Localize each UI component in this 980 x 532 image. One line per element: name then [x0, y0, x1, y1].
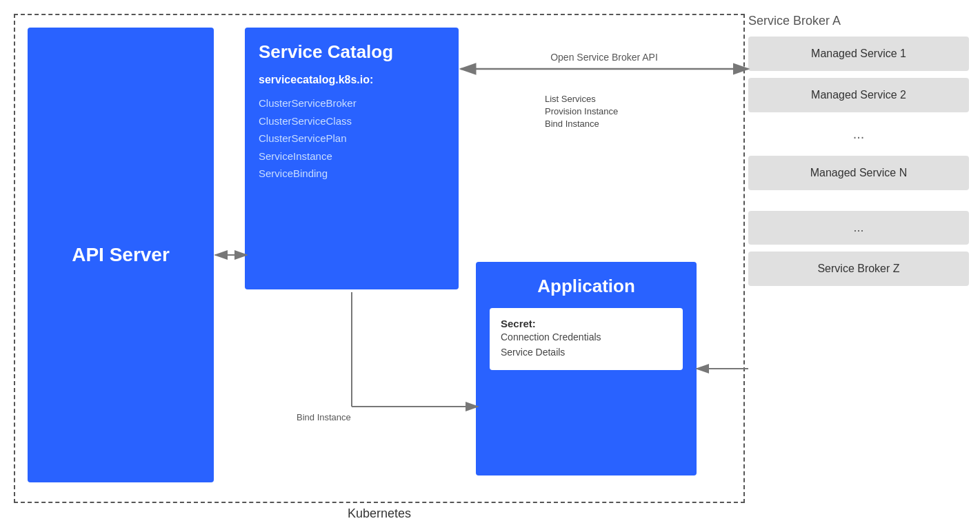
api-server-box: API Server [28, 28, 214, 482]
broker-z-box: Service Broker Z [748, 252, 969, 286]
secret-title: Secret: [501, 318, 672, 329]
secret-item-1: Connection Credentials [501, 329, 672, 345]
ellipsis-mid: ... [748, 119, 969, 149]
service-catalog-box: Service Catalog servicecatalog.k8s.io: C… [245, 28, 459, 289]
right-panel: Service Broker A Managed Service 1 Manag… [748, 14, 969, 286]
broker-a-label: Service Broker A [748, 14, 969, 28]
service-catalog-list: ClusterServiceBroker ClusterServiceClass… [259, 94, 445, 183]
ellipsis-bottom: ... [748, 211, 969, 245]
application-title: Application [490, 276, 683, 297]
managed-service-1: Managed Service 1 [748, 37, 969, 71]
list-item: ClusterServicePlan [259, 130, 445, 147]
list-item: ClusterServiceBroker [259, 94, 445, 112]
secret-item-2: Service Details [501, 345, 672, 360]
api-server-label: API Server [72, 244, 170, 266]
service-catalog-title: Service Catalog [259, 41, 445, 63]
list-item: ServiceInstance [259, 147, 445, 165]
list-item: ServiceBinding [259, 165, 445, 183]
kubernetes-label: Kubernetes [348, 507, 411, 521]
service-catalog-subtitle: servicecatalog.k8s.io: [259, 74, 445, 86]
secret-box: Secret: Connection Credentials Service D… [490, 308, 683, 370]
application-box: Application Secret: Connection Credentia… [476, 262, 697, 475]
list-item: ClusterServiceClass [259, 112, 445, 130]
diagram-container: Kubernetes API Server Service Catalog se… [0, 0, 980, 532]
managed-service-2: Managed Service 2 [748, 78, 969, 112]
managed-service-n: Managed Service N [748, 156, 969, 190]
